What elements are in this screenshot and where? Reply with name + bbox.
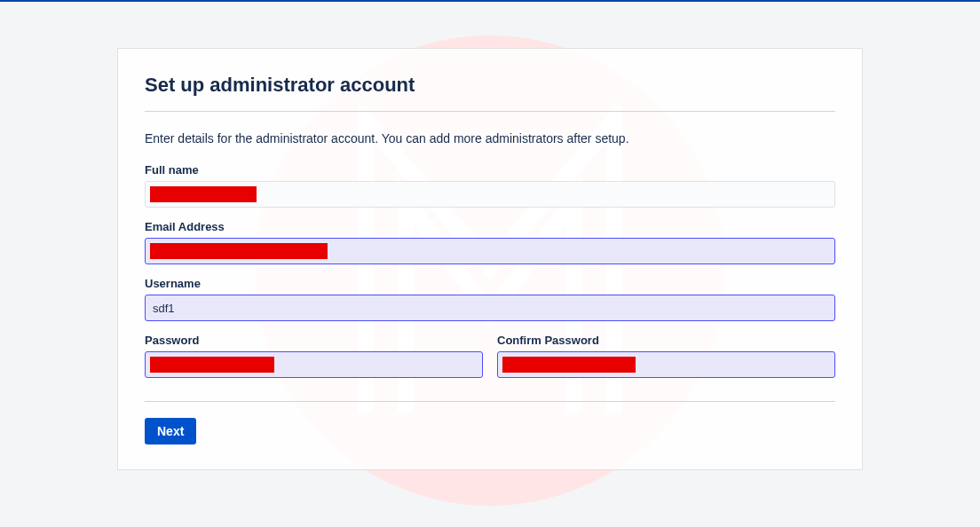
fullname-group: Full name (145, 163, 835, 208)
password-row: Password Confirm Password (145, 334, 835, 378)
next-button[interactable]: Next (145, 418, 196, 444)
email-group: Email Address (145, 220, 835, 264)
redaction-block (502, 357, 636, 373)
confirm-password-label: Confirm Password (497, 334, 835, 347)
redaction-block (150, 243, 328, 259)
confirm-password-group: Confirm Password (497, 334, 835, 378)
password-label: Password (145, 334, 483, 347)
username-input[interactable] (145, 295, 835, 321)
password-group: Password (145, 334, 483, 378)
username-label: Username (145, 277, 835, 290)
page-title: Set up administrator account (145, 74, 835, 97)
form-divider (145, 401, 835, 402)
setup-card: Set up administrator account Enter detai… (117, 48, 863, 470)
button-row: Next (145, 418, 835, 444)
redaction-block (150, 357, 274, 373)
email-label: Email Address (145, 220, 835, 233)
top-accent-border (0, 0, 980, 2)
redaction-block (150, 186, 257, 202)
fullname-label: Full name (145, 163, 835, 177)
title-divider (145, 111, 835, 112)
username-group: Username (145, 277, 835, 321)
page-description: Enter details for the administrator acco… (145, 131, 835, 146)
